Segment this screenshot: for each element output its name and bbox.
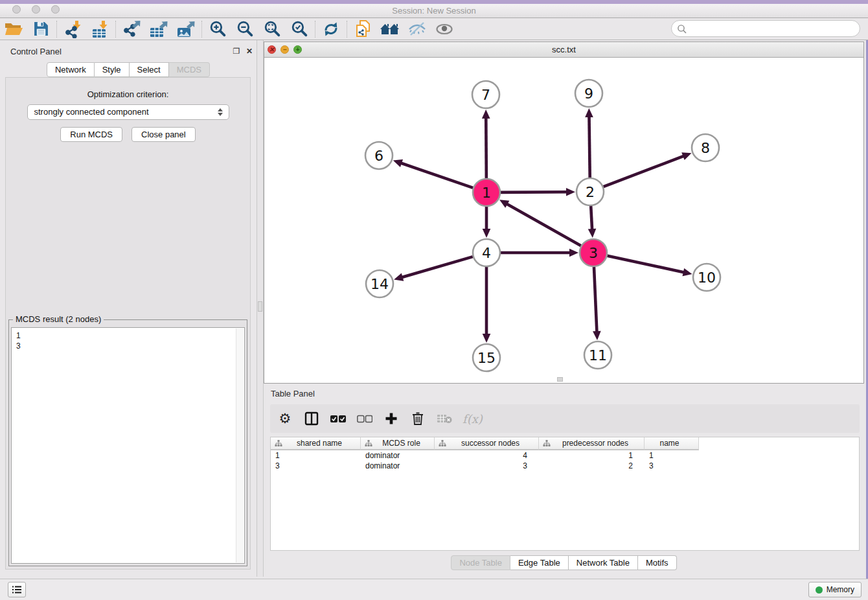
tab-motifs[interactable]: Motifs — [638, 555, 677, 570]
minimize-window-button[interactable] — [32, 5, 40, 14]
mcds-result-item[interactable]: 3 — [16, 341, 244, 351]
graph-node-label: 1 — [482, 185, 491, 201]
close-panel-icon[interactable]: ✕ — [245, 47, 254, 56]
node-table-body: 1dominator4113dominator323 — [271, 450, 859, 471]
create-column-button[interactable] — [383, 409, 400, 428]
table-cell[interactable]: 1 — [539, 450, 645, 461]
tab-network[interactable]: Network — [47, 62, 95, 77]
open-session-button[interactable] — [0, 19, 27, 40]
unselect-all-columns-button[interactable] — [356, 409, 373, 428]
export-network-button[interactable] — [118, 19, 145, 40]
graph-edge-3-11[interactable] — [593, 267, 601, 340]
refresh-view-button[interactable] — [317, 19, 345, 40]
graph-node-9[interactable]: 9 — [575, 80, 602, 107]
hide-selected-button[interactable] — [404, 19, 431, 40]
graph-edge-1-4[interactable] — [483, 207, 491, 238]
run-mcds-button[interactable]: Run MCDS — [60, 127, 122, 142]
fit-content-button[interactable] — [258, 19, 286, 40]
canvas-scroll-handle[interactable] — [557, 377, 563, 382]
column-header-predecessor-nodes[interactable]: predecessor nodes — [539, 437, 645, 450]
graph-node-6[interactable]: 6 — [365, 142, 393, 169]
close-window-button[interactable] — [12, 5, 21, 14]
graph-edge-2-3[interactable] — [588, 206, 597, 238]
graph-node-1[interactable]: 1 — [473, 179, 500, 206]
tab-network-table[interactable]: Network Table — [569, 555, 638, 570]
mcds-result-item[interactable]: 1 — [16, 330, 244, 341]
search-input[interactable] — [690, 21, 855, 36]
graph-node-4[interactable]: 4 — [473, 239, 500, 266]
graph-edge-4-14[interactable] — [394, 257, 473, 281]
table-cell[interactable]: 3 — [271, 461, 361, 471]
minimize-network-icon[interactable]: − — [280, 45, 289, 54]
graph-edge-1-6[interactable] — [393, 159, 473, 188]
maximize-network-icon[interactable]: + — [293, 45, 302, 54]
graph-edge-3-10[interactable] — [607, 256, 692, 277]
zoom-out-icon — [236, 20, 254, 38]
column-header-name[interactable]: name — [645, 437, 699, 450]
network-window-controls: ✕ − + — [268, 45, 302, 54]
splitter-grip[interactable] — [258, 301, 262, 312]
table-cell[interactable]: 3 — [435, 461, 539, 471]
graph-edge-4-3[interactable] — [501, 249, 578, 257]
result-scrollbar[interactable] — [236, 329, 244, 562]
tab-mcds[interactable]: MCDS — [169, 62, 210, 77]
delete-column-button[interactable] — [409, 409, 426, 428]
column-header-MCDS-role[interactable]: MCDS role — [361, 437, 435, 450]
graph-node-10[interactable]: 10 — [693, 264, 720, 291]
select-all-columns-button[interactable] — [330, 409, 347, 428]
table-cell[interactable]: 3 — [645, 461, 699, 471]
criterion-select[interactable]: strongly connected component — [27, 104, 229, 120]
import-table-button[interactable] — [86, 19, 113, 40]
table-cell[interactable]: 2 — [539, 461, 645, 471]
show-all-button[interactable] — [431, 19, 458, 40]
task-history-button[interactable] — [8, 582, 26, 597]
mcds-result-list[interactable]: 13 — [11, 327, 245, 564]
home-view-button[interactable] — [376, 19, 404, 40]
tab-select[interactable]: Select — [130, 62, 169, 77]
first-network-button[interactable] — [349, 19, 376, 40]
zoom-in-button[interactable] — [204, 19, 231, 40]
tab-style[interactable]: Style — [95, 62, 130, 77]
table-cell[interactable]: dominator — [361, 461, 435, 471]
graph-edge-2-8[interactable] — [604, 152, 692, 187]
graph-node-8[interactable]: 8 — [692, 134, 719, 161]
graph-node-7[interactable]: 7 — [472, 81, 499, 108]
tab-edge-table[interactable]: Edge Table — [510, 555, 569, 570]
graph-edge-4-15[interactable] — [483, 267, 491, 343]
graph-edge-1-2[interactable] — [501, 188, 575, 196]
zoom-out-button[interactable] — [231, 19, 258, 40]
table-cell[interactable]: 1 — [271, 450, 361, 461]
close-panel-button[interactable]: Close panel — [131, 127, 196, 142]
table-cell[interactable]: 1 — [645, 450, 699, 461]
table-row[interactable]: 1dominator411 — [271, 450, 859, 461]
export-table-button[interactable] — [145, 19, 172, 40]
graph-node-11[interactable]: 11 — [584, 341, 611, 369]
graph-edge-1-7[interactable] — [482, 110, 490, 178]
graph-node-14[interactable]: 14 — [366, 270, 393, 297]
tab-node-table[interactable]: Node Table — [451, 555, 510, 570]
float-panel-icon[interactable]: ❐ — [232, 47, 241, 56]
export-image-button[interactable] — [172, 19, 200, 40]
zoom-selected-button[interactable] — [286, 19, 313, 40]
table-row[interactable]: 3dominator323 — [271, 461, 859, 471]
save-session-button[interactable] — [27, 19, 54, 40]
import-network-button[interactable] — [59, 19, 86, 40]
table-settings-button[interactable]: ⚙ — [277, 409, 293, 428]
graph-node-15[interactable]: 15 — [473, 344, 500, 371]
node-table[interactable]: shared nameMCDS rolesuccessor nodesprede… — [270, 437, 860, 551]
graph-node-2[interactable]: 2 — [577, 178, 604, 205]
network-graph[interactable]: 7968124314101511 — [264, 58, 863, 383]
graph-edge-2-9[interactable] — [585, 108, 593, 178]
graph-edge-3-1[interactable] — [499, 200, 581, 246]
graph-node-3[interactable]: 3 — [580, 239, 607, 266]
column-header-shared-name[interactable]: shared name — [271, 437, 361, 450]
memory-button[interactable]: Memory — [808, 582, 862, 597]
table-cell[interactable]: dominator — [361, 450, 435, 461]
zoom-window-button[interactable] — [51, 5, 60, 14]
show-columns-button[interactable] — [303, 409, 320, 428]
column-header-successor-nodes[interactable]: successor nodes — [435, 437, 539, 450]
table-cell[interactable]: 4 — [435, 450, 539, 461]
panel-splitter[interactable] — [257, 40, 264, 577]
network-canvas[interactable]: 7968124314101511 — [264, 58, 863, 383]
close-network-icon[interactable]: ✕ — [268, 45, 276, 54]
